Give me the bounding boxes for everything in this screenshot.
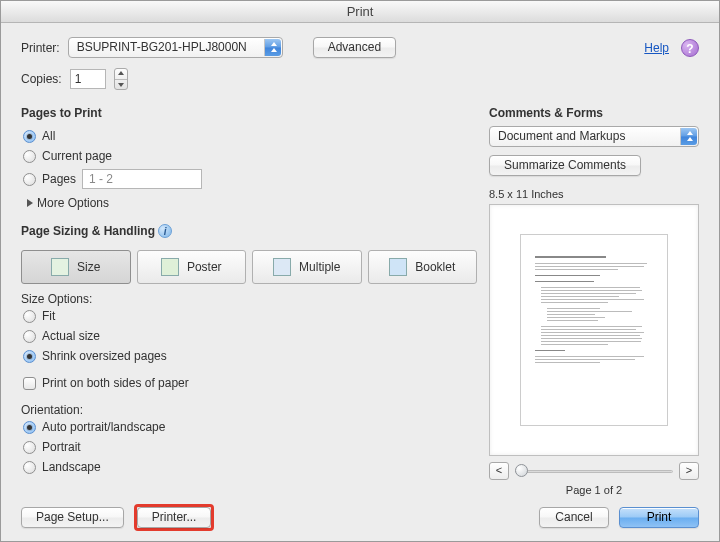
copies-stepper[interactable] [114, 68, 128, 90]
slider-thumb[interactable] [515, 464, 528, 477]
page-setup-button[interactable]: Page Setup... [21, 507, 124, 528]
radio-pages[interactable]: Pages 1 - 2 [23, 169, 477, 189]
cancel-button[interactable]: Cancel [539, 507, 609, 528]
copies-row: Copies: 1 [21, 68, 699, 90]
duplex-checkbox-row[interactable]: Print on both sides of paper [23, 376, 477, 390]
copies-field[interactable]: 1 [70, 69, 106, 89]
advanced-button[interactable]: Advanced [313, 37, 396, 58]
radio-icon [23, 173, 36, 186]
radio-shrink[interactable]: Shrink oversized pages [23, 349, 477, 363]
radio-icon [23, 441, 36, 454]
seg-size[interactable]: Size [21, 250, 131, 284]
print-dialog: Print Printer: BSUPRINT-BG201-HPLJ8000N … [0, 0, 720, 542]
printer-label: Printer: [21, 41, 60, 55]
comments-title: Comments & Forms [489, 106, 699, 120]
checkbox-icon [23, 377, 36, 390]
radio-icon [23, 421, 36, 434]
preview-dimensions: 8.5 x 11 Inches [489, 188, 699, 200]
seg-size-label: Size [77, 260, 100, 274]
printer-options-button[interactable]: Printer... [137, 507, 212, 528]
preview-frame [489, 204, 699, 456]
triangle-icon [27, 199, 33, 207]
radio-current-label: Current page [42, 149, 112, 163]
seg-booklet-label: Booklet [415, 260, 455, 274]
seg-poster-label: Poster [187, 260, 222, 274]
radio-auto-label: Auto portrait/landscape [42, 420, 165, 434]
page-range-field[interactable]: 1 - 2 [82, 169, 202, 189]
preview-next-button[interactable]: > [679, 462, 699, 480]
help-link[interactable]: Help [644, 41, 669, 55]
sizing-title: Page Sizing & Handlingi [21, 224, 477, 238]
copies-label: Copies: [21, 72, 62, 86]
highlight-annotation: Printer... [134, 504, 215, 531]
seg-multiple-label: Multiple [299, 260, 340, 274]
footer: Page Setup... Printer... Cancel Print [21, 504, 699, 531]
more-options-disclosure[interactable]: More Options [27, 196, 477, 210]
radio-icon [23, 461, 36, 474]
header-row: Printer: BSUPRINT-BG201-HPLJ8000N Advanc… [21, 37, 699, 58]
seg-booklet[interactable]: Booklet [368, 250, 478, 284]
radio-all[interactable]: All [23, 129, 477, 143]
radio-auto-orient[interactable]: Auto portrait/landscape [23, 420, 477, 434]
orientation-label: Orientation: [21, 403, 477, 417]
preview-page [520, 234, 668, 426]
preview-slider[interactable] [515, 462, 673, 480]
size-icon [51, 258, 69, 276]
sizing-mode-segment: Size Poster Multiple Booklet [21, 250, 477, 284]
help-icon[interactable]: ? [681, 39, 699, 57]
dialog-content: Printer: BSUPRINT-BG201-HPLJ8000N Advanc… [1, 23, 719, 541]
poster-icon [161, 258, 179, 276]
multiple-icon [273, 258, 291, 276]
preview-nav: < > [489, 462, 699, 480]
window-title: Print [1, 1, 719, 23]
radio-portrait-label: Portrait [42, 440, 81, 454]
radio-landscape[interactable]: Landscape [23, 460, 477, 474]
seg-poster[interactable]: Poster [137, 250, 247, 284]
radio-icon [23, 330, 36, 343]
radio-actual-label: Actual size [42, 329, 100, 343]
left-column: Pages to Print All Current page Pages 1 … [21, 96, 477, 496]
radio-icon [23, 130, 36, 143]
radio-current-page[interactable]: Current page [23, 149, 477, 163]
info-icon[interactable]: i [158, 224, 172, 238]
radio-icon [23, 150, 36, 163]
print-button[interactable]: Print [619, 507, 699, 528]
seg-multiple[interactable]: Multiple [252, 250, 362, 284]
radio-landscape-label: Landscape [42, 460, 101, 474]
pages-to-print-title: Pages to Print [21, 106, 477, 120]
radio-shrink-label: Shrink oversized pages [42, 349, 167, 363]
more-options-label: More Options [37, 196, 109, 210]
radio-fit[interactable]: Fit [23, 309, 477, 323]
radio-portrait[interactable]: Portrait [23, 440, 477, 454]
radio-icon [23, 310, 36, 323]
size-options-label: Size Options: [21, 292, 477, 306]
radio-icon [23, 350, 36, 363]
summarize-comments-button[interactable]: Summarize Comments [489, 155, 641, 176]
printer-select[interactable]: BSUPRINT-BG201-HPLJ8000N [68, 37, 283, 58]
radio-fit-label: Fit [42, 309, 55, 323]
page-indicator: Page 1 of 2 [489, 484, 699, 496]
right-column: Comments & Forms Document and Markups Su… [489, 96, 699, 496]
radio-pages-label: Pages [42, 172, 76, 186]
comments-mode-select[interactable]: Document and Markups [489, 126, 699, 147]
booklet-icon [389, 258, 407, 276]
radio-all-label: All [42, 129, 55, 143]
preview-prev-button[interactable]: < [489, 462, 509, 480]
radio-actual-size[interactable]: Actual size [23, 329, 477, 343]
duplex-label: Print on both sides of paper [42, 376, 189, 390]
